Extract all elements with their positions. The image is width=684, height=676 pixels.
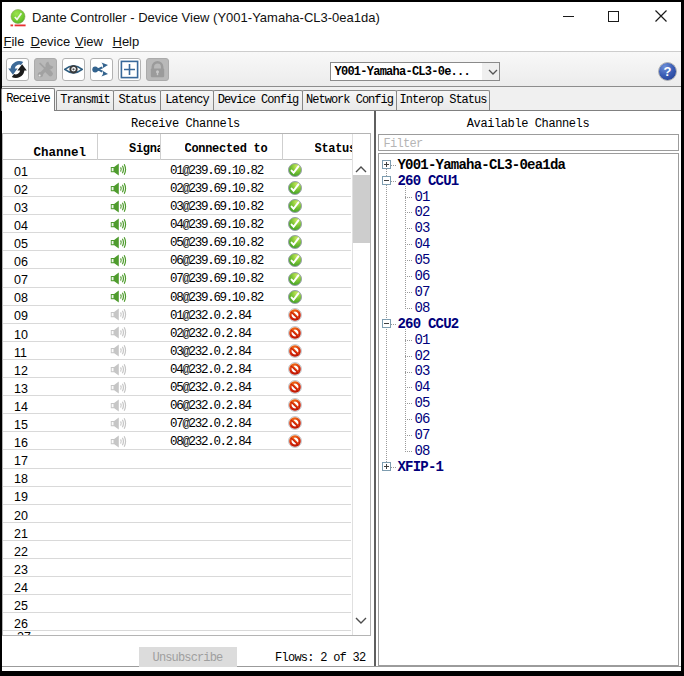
svg-text:?: ? xyxy=(664,64,672,79)
